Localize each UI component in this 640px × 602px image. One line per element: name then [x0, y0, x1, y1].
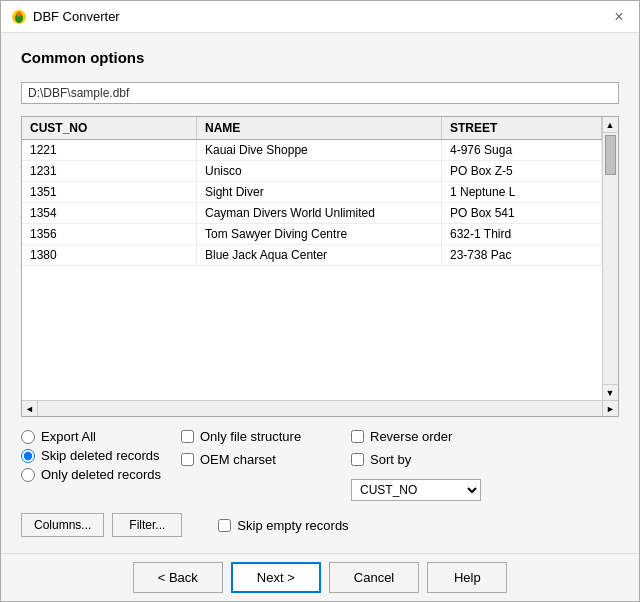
vertical-scrollbar[interactable]: ▲ ▼	[602, 117, 618, 400]
checkbox-sort-by-input[interactable]	[351, 453, 364, 466]
checkbox-oem-charset-input[interactable]	[181, 453, 194, 466]
radio-only-deleted[interactable]: Only deleted records	[21, 467, 161, 482]
page-title: Common options	[21, 49, 619, 66]
checkbox-reverse-order-input[interactable]	[351, 430, 364, 443]
scroll-left-arrow[interactable]: ◄	[22, 401, 38, 417]
svg-point-2	[17, 11, 22, 16]
bottom-bar: < Back Next > Cancel Help	[1, 553, 639, 601]
file-path: D:\DBF\sample.dbf	[21, 82, 619, 104]
table-row: 1354 Cayman Divers World Unlimited PO Bo…	[22, 203, 602, 224]
checkbox-skip-empty-input[interactable]	[218, 519, 231, 532]
radio-only-deleted-input[interactable]	[21, 468, 35, 482]
col-header-street: STREET	[442, 117, 602, 139]
next-button[interactable]: Next >	[231, 562, 321, 593]
table-row: 1356 Tom Sawyer Diving Centre 632-1 Thir…	[22, 224, 602, 245]
checkbox-only-file-structure-input[interactable]	[181, 430, 194, 443]
scroll-right-arrow[interactable]: ►	[602, 401, 618, 417]
table-row: 1231 Unisco PO Box Z-5	[22, 161, 602, 182]
main-window: DBF Converter × Common options D:\DBF\sa…	[0, 0, 640, 602]
table-row: 1351 Sight Diver 1 Neptune L	[22, 182, 602, 203]
table-body: 1221 Kauai Dive Shoppe 4-976 Suga 1231 U…	[22, 140, 602, 400]
checkbox-only-file-structure[interactable]: Only file structure	[181, 429, 331, 444]
checkbox-reverse-order[interactable]: Reverse order	[351, 429, 481, 444]
title-bar: DBF Converter ×	[1, 1, 639, 33]
close-button[interactable]: ×	[609, 7, 629, 27]
window-title: DBF Converter	[33, 9, 120, 24]
data-table: CUST_NO NAME STREET 1221 Kauai Dive Shop…	[21, 116, 619, 417]
checkbox-group-right: Reverse order Sort by CUST_NO NAME STREE…	[351, 429, 481, 501]
radio-skip-deleted-input[interactable]	[21, 449, 35, 463]
checkbox-group-middle: Only file structure OEM charset	[181, 429, 331, 467]
table-header: CUST_NO NAME STREET	[22, 117, 602, 140]
action-row: Columns... Filter... Skip empty records	[21, 513, 619, 537]
back-button[interactable]: < Back	[133, 562, 223, 593]
checkbox-oem-charset[interactable]: OEM charset	[181, 452, 331, 467]
sort-by-select[interactable]: CUST_NO NAME STREET	[351, 479, 481, 501]
filter-button[interactable]: Filter...	[112, 513, 182, 537]
table-row: 1380 Blue Jack Aqua Center 23-738 Pac	[22, 245, 602, 266]
columns-button[interactable]: Columns...	[21, 513, 104, 537]
cancel-button[interactable]: Cancel	[329, 562, 419, 593]
table-row: 1221 Kauai Dive Shoppe 4-976 Suga	[22, 140, 602, 161]
app-icon	[11, 9, 27, 25]
radio-export-all-input[interactable]	[21, 430, 35, 444]
radio-export-all[interactable]: Export All	[21, 429, 161, 444]
help-button[interactable]: Help	[427, 562, 507, 593]
checkbox-sort-by[interactable]: Sort by	[351, 452, 481, 467]
scrollbar-thumb[interactable]	[605, 135, 616, 175]
col-header-name: NAME	[197, 117, 442, 139]
options-section: Export All Skip deleted records Only del…	[21, 429, 619, 501]
horizontal-scrollbar[interactable]: ◄ ►	[22, 400, 618, 416]
radio-skip-deleted[interactable]: Skip deleted records	[21, 448, 161, 463]
content-area: Common options D:\DBF\sample.dbf CUST_NO…	[1, 33, 639, 553]
checkbox-skip-empty[interactable]: Skip empty records	[218, 518, 348, 533]
export-radio-group: Export All Skip deleted records Only del…	[21, 429, 161, 482]
col-header-cust-no: CUST_NO	[22, 117, 197, 139]
